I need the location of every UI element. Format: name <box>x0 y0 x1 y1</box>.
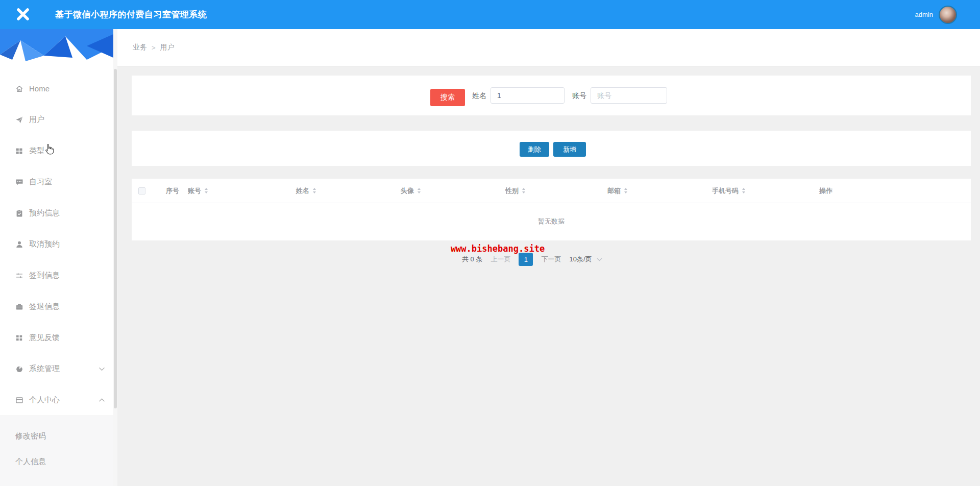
column-header-photo[interactable]: 头像 <box>401 186 505 196</box>
chevron-up-icon <box>99 398 105 402</box>
column-header-gender[interactable]: 性别 <box>505 186 607 196</box>
column-label: 性别 <box>505 186 519 196</box>
column-header-email[interactable]: 邮箱 <box>607 186 712 196</box>
sidebar-item-cancel-reservation[interactable]: 取消预约 <box>0 229 113 260</box>
select-all-checkbox[interactable] <box>138 187 145 195</box>
sidebar-subitem-change-password[interactable]: 修改密码 <box>0 423 113 449</box>
sidebar-item-label: 签退信息 <box>29 302 60 311</box>
breadcrumb-section: 业务 <box>133 43 147 52</box>
sidebar-item-label: 取消预约 <box>29 239 60 249</box>
column-label: 头像 <box>401 186 414 196</box>
sidebar-item-label: Home <box>29 84 50 93</box>
name-field-label: 姓名 <box>472 76 486 115</box>
sidebar-item-label: 个人中心 <box>29 395 60 405</box>
window-icon <box>15 396 23 404</box>
sort-caret-icon[interactable] <box>623 187 628 194</box>
sliders-icon <box>15 272 23 280</box>
sidebar-item-label: 系统管理 <box>29 364 60 374</box>
column-header-account[interactable]: 账号 <box>188 186 296 196</box>
sort-caret-icon[interactable] <box>521 187 526 194</box>
sidebar-menu: Home 用户 类型 <box>0 73 113 416</box>
sidebar-item-label: 意见反馈 <box>29 333 60 343</box>
sidebar-item-types[interactable]: 类型 <box>0 135 113 166</box>
sidebar-item-reservations[interactable]: 预约信息 <box>0 198 113 229</box>
sort-caret-icon[interactable] <box>312 187 317 194</box>
table-empty-state: 暂无数据 <box>132 203 971 240</box>
pagination-page-1[interactable]: 1 <box>519 253 533 266</box>
sidebar-scrollbar[interactable] <box>113 29 117 486</box>
sidebar-subitem-personal-info[interactable]: 个人信息 <box>0 449 113 474</box>
sidebar-item-users[interactable]: 用户 <box>0 104 113 135</box>
app-window: 基于微信小程序的付费自习室管理系统 admin Home <box>0 0 980 486</box>
select-all-cell <box>132 187 158 195</box>
column-label: 邮箱 <box>607 186 621 196</box>
sidebar-item-system[interactable]: 系统管理 <box>0 353 113 384</box>
users-table: 序号 账号 姓名 头像 <box>132 179 971 240</box>
add-button[interactable]: 新增 <box>553 142 586 157</box>
breadcrumb: 业务 > 用户 <box>133 43 175 52</box>
dropdown-arrow-icon <box>597 258 602 261</box>
sidebar-item-label: 类型 <box>29 146 44 156</box>
top-header-bar: 基于微信小程序的付费自习室管理系统 admin <box>0 0 980 29</box>
sidebar-item-feedback[interactable]: 意见反馈 <box>0 322 113 353</box>
main-content: 业务 > 用户 搜索 姓名 账号 删除 新增 序号 <box>117 29 980 486</box>
name-input[interactable] <box>491 87 565 104</box>
search-panel: 搜索 姓名 账号 <box>132 76 971 115</box>
th-grid-icon <box>15 334 23 342</box>
clipboard-check-icon <box>15 209 23 217</box>
sidebar-item-personal-center[interactable]: 个人中心 <box>0 384 113 416</box>
pagination-total: 共 0 条 <box>462 255 482 264</box>
column-header-operations: 操作 <box>819 186 971 196</box>
username-label: admin <box>915 11 933 18</box>
user-icon <box>15 240 23 249</box>
sidebar-item-label: 预约信息 <box>29 208 60 218</box>
sidebar-scrollbar-thumb[interactable] <box>114 69 117 408</box>
sort-caret-icon[interactable] <box>416 187 422 194</box>
sidebar-item-studyroom[interactable]: 自习室 <box>0 166 113 198</box>
sidebar-item-label: 用户 <box>29 115 44 125</box>
breadcrumb-separator: > <box>152 44 156 52</box>
home-icon <box>15 85 23 93</box>
briefcase-icon <box>15 303 23 311</box>
column-label: 操作 <box>819 186 832 196</box>
pagination: 共 0 条 上一页 1 下一页 10条/页 <box>462 252 602 266</box>
avatar[interactable] <box>940 7 956 23</box>
column-label: 姓名 <box>296 186 309 196</box>
column-label: 序号 <box>166 186 179 196</box>
column-label: 账号 <box>188 186 201 196</box>
breadcrumb-bar: 业务 > 用户 <box>117 29 980 66</box>
x-logo-icon[interactable] <box>15 7 31 22</box>
sidebar-item-home[interactable]: Home <box>0 73 113 104</box>
sidebar-item-checkin[interactable]: 签到信息 <box>0 260 113 291</box>
grid-icon <box>15 147 23 155</box>
send-icon <box>15 116 23 124</box>
sidebar-item-checkout[interactable]: 签退信息 <box>0 291 113 322</box>
sidebar-banner-image <box>0 29 113 66</box>
sort-caret-icon[interactable] <box>741 187 746 194</box>
account-input[interactable] <box>591 87 667 104</box>
sidebar: Home 用户 类型 <box>0 29 113 486</box>
table-header-row: 序号 账号 姓名 头像 <box>132 179 971 203</box>
user-area: admin <box>915 0 956 29</box>
breadcrumb-current: 用户 <box>160 43 175 52</box>
column-header-name[interactable]: 姓名 <box>296 186 401 196</box>
search-button[interactable]: 搜索 <box>430 89 465 106</box>
pagination-prev-button[interactable]: 上一页 <box>491 255 510 264</box>
pagination-next-button[interactable]: 下一页 <box>541 255 561 264</box>
comment-icon <box>15 178 23 186</box>
column-header-phone[interactable]: 手机号码 <box>712 186 819 196</box>
sidebar-submenu: 修改密码 个人信息 <box>0 416 113 486</box>
sidebar-item-label: 自习室 <box>29 177 52 187</box>
column-header-index: 序号 <box>158 186 188 196</box>
page-size-value: 10条/页 <box>569 255 592 264</box>
circle-icon <box>15 365 23 373</box>
chevron-down-icon <box>99 367 105 371</box>
delete-button[interactable]: 删除 <box>520 142 549 157</box>
actions-panel: 删除 新增 <box>132 131 971 166</box>
account-field-label: 账号 <box>572 76 586 115</box>
sort-caret-icon[interactable] <box>204 187 209 194</box>
sidebar-item-label: 签到信息 <box>29 271 60 280</box>
page-title: 基于微信小程序的付费自习室管理系统 <box>55 0 207 29</box>
page-size-select[interactable]: 10条/页 <box>569 255 602 264</box>
column-label: 手机号码 <box>712 186 739 196</box>
